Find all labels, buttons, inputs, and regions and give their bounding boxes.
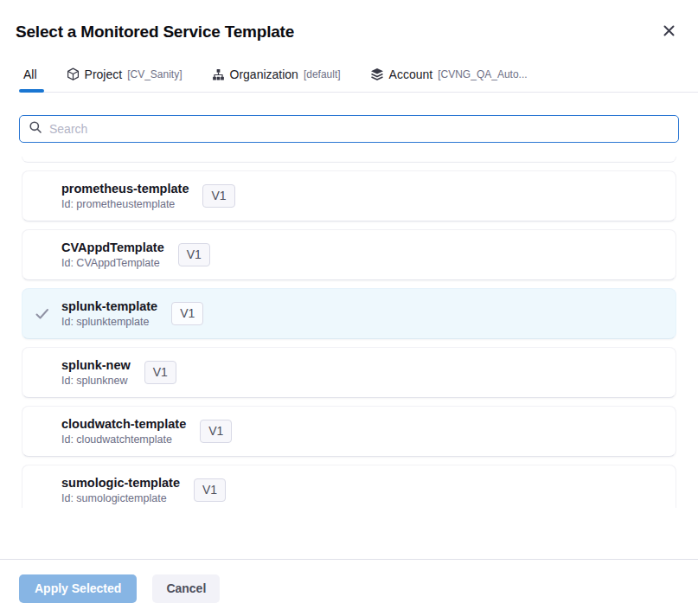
tab-project-label: Project xyxy=(85,67,123,81)
template-row-prometheus[interactable]: prometheus-template Id: prometheustempla… xyxy=(22,170,676,221)
template-row-splunk-template[interactable]: splunk-template Id: splunktemplate V1 xyxy=(22,288,676,339)
template-name: sumologic-template xyxy=(61,476,180,490)
template-name: splunk-new xyxy=(61,358,131,372)
layers-icon xyxy=(370,67,384,81)
check-icon xyxy=(35,308,49,320)
tab-account-label: Account xyxy=(389,67,433,81)
template-id: Id: splunktemplate xyxy=(61,316,157,328)
template-id: Id: sumologictemplate xyxy=(61,492,180,504)
org-chart-icon xyxy=(212,68,225,81)
tab-project-scope: [CV_Sanity] xyxy=(127,68,182,80)
template-id: Id: splunknew xyxy=(61,375,131,387)
template-row-cloudwatch[interactable]: cloudwatch-template Id: cloudwatchtempla… xyxy=(22,406,676,457)
clipped-row-top xyxy=(22,157,676,163)
tab-all-label: All xyxy=(23,67,37,81)
tab-organization-scope: [default] xyxy=(304,68,341,80)
search-bar xyxy=(19,115,679,143)
version-badge: V1 xyxy=(144,361,176,385)
template-id: Id: cloudwatchtemplate xyxy=(61,433,186,446)
version-badge: V1 xyxy=(178,243,210,267)
template-row-cvappd[interactable]: CVAppdTemplate Id: CVAppdTemplate V1 xyxy=(22,229,676,280)
template-name: prometheus-template xyxy=(61,182,189,196)
close-button[interactable] xyxy=(659,22,679,39)
search-icon xyxy=(29,120,42,138)
search-input[interactable] xyxy=(49,122,669,136)
tab-account[interactable]: Account [CVNG_QA_Auto... xyxy=(368,67,529,92)
close-icon xyxy=(663,24,676,37)
template-select-modal: Select a Monitored Service Template All … xyxy=(0,0,698,603)
template-id: Id: prometheustemplate xyxy=(61,198,189,210)
tab-project[interactable]: Project [CV_Sanity] xyxy=(65,67,184,92)
tab-account-scope: [CVNG_QA_Auto... xyxy=(438,68,527,80)
scope-tabs: All Project [CV_Sanity] Organization [de… xyxy=(22,67,698,93)
version-badge: V1 xyxy=(200,420,232,444)
cube-icon xyxy=(67,67,80,81)
template-name: CVAppdTemplate xyxy=(61,241,164,254)
modal-footer: Apply Selected Cancel xyxy=(0,560,698,603)
template-row-sumologic[interactable]: sumologic-template Id: sumologictemplate… xyxy=(22,465,676,508)
version-badge: V1 xyxy=(171,302,203,326)
template-id: Id: CVAppdTemplate xyxy=(61,257,164,269)
template-list: prometheus-template Id: prometheustempla… xyxy=(22,157,676,508)
version-badge: V1 xyxy=(202,184,234,209)
modal-header: Select a Monitored Service Template xyxy=(0,0,698,42)
version-badge: V1 xyxy=(194,478,226,503)
template-row-splunk-new[interactable]: splunk-new Id: splunknew V1 xyxy=(22,347,676,398)
cancel-button[interactable]: Cancel xyxy=(152,574,220,603)
template-name: splunk-template xyxy=(61,299,157,313)
tab-organization-label: Organization xyxy=(230,67,298,81)
template-name: cloudwatch-template xyxy=(61,417,186,431)
modal-title: Select a Monitored Service Template xyxy=(16,22,294,42)
tab-all[interactable]: All xyxy=(22,67,39,92)
apply-selected-button[interactable]: Apply Selected xyxy=(19,574,137,603)
tab-organization[interactable]: Organization [default] xyxy=(210,67,343,92)
